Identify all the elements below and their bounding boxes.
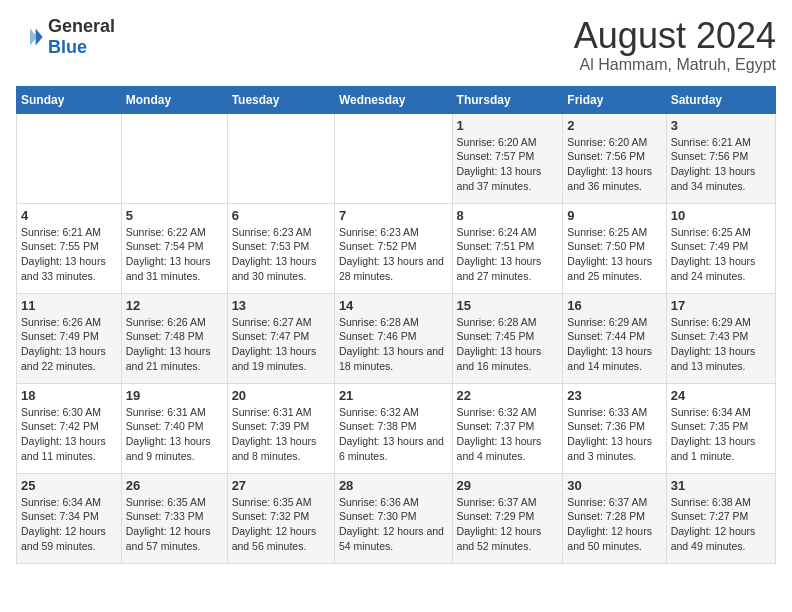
calendar-cell <box>17 113 122 203</box>
day-info: Sunrise: 6:23 AM Sunset: 7:52 PM Dayligh… <box>339 225 448 284</box>
day-number: 14 <box>339 298 448 313</box>
day-info: Sunrise: 6:26 AM Sunset: 7:49 PM Dayligh… <box>21 315 117 374</box>
day-number: 8 <box>457 208 559 223</box>
day-number: 16 <box>567 298 661 313</box>
day-number: 31 <box>671 478 771 493</box>
calendar-week-row: 1Sunrise: 6:20 AM Sunset: 7:57 PM Daylig… <box>17 113 776 203</box>
calendar-cell: 22Sunrise: 6:32 AM Sunset: 7:37 PM Dayli… <box>452 383 563 473</box>
calendar-cell: 10Sunrise: 6:25 AM Sunset: 7:49 PM Dayli… <box>666 203 775 293</box>
calendar-cell: 14Sunrise: 6:28 AM Sunset: 7:46 PM Dayli… <box>334 293 452 383</box>
day-header-thursday: Thursday <box>452 86 563 113</box>
day-number: 5 <box>126 208 223 223</box>
day-info: Sunrise: 6:21 AM Sunset: 7:55 PM Dayligh… <box>21 225 117 284</box>
calendar-cell: 7Sunrise: 6:23 AM Sunset: 7:52 PM Daylig… <box>334 203 452 293</box>
sub-title: Al Hammam, Matruh, Egypt <box>574 56 776 74</box>
day-info: Sunrise: 6:28 AM Sunset: 7:46 PM Dayligh… <box>339 315 448 374</box>
day-info: Sunrise: 6:28 AM Sunset: 7:45 PM Dayligh… <box>457 315 559 374</box>
day-header-friday: Friday <box>563 86 666 113</box>
calendar-cell: 4Sunrise: 6:21 AM Sunset: 7:55 PM Daylig… <box>17 203 122 293</box>
day-number: 12 <box>126 298 223 313</box>
day-info: Sunrise: 6:31 AM Sunset: 7:40 PM Dayligh… <box>126 405 223 464</box>
day-header-saturday: Saturday <box>666 86 775 113</box>
calendar-cell: 18Sunrise: 6:30 AM Sunset: 7:42 PM Dayli… <box>17 383 122 473</box>
calendar-cell: 25Sunrise: 6:34 AM Sunset: 7:34 PM Dayli… <box>17 473 122 563</box>
calendar-cell: 6Sunrise: 6:23 AM Sunset: 7:53 PM Daylig… <box>227 203 334 293</box>
day-number: 22 <box>457 388 559 403</box>
calendar-table: SundayMondayTuesdayWednesdayThursdayFrid… <box>16 86 776 564</box>
calendar-cell: 24Sunrise: 6:34 AM Sunset: 7:35 PM Dayli… <box>666 383 775 473</box>
day-info: Sunrise: 6:29 AM Sunset: 7:43 PM Dayligh… <box>671 315 771 374</box>
logo-general: General <box>48 16 115 36</box>
calendar-week-row: 25Sunrise: 6:34 AM Sunset: 7:34 PM Dayli… <box>17 473 776 563</box>
calendar-cell: 2Sunrise: 6:20 AM Sunset: 7:56 PM Daylig… <box>563 113 666 203</box>
day-info: Sunrise: 6:22 AM Sunset: 7:54 PM Dayligh… <box>126 225 223 284</box>
day-number: 21 <box>339 388 448 403</box>
day-number: 7 <box>339 208 448 223</box>
calendar-cell: 20Sunrise: 6:31 AM Sunset: 7:39 PM Dayli… <box>227 383 334 473</box>
day-info: Sunrise: 6:31 AM Sunset: 7:39 PM Dayligh… <box>232 405 330 464</box>
day-number: 24 <box>671 388 771 403</box>
calendar-cell: 27Sunrise: 6:35 AM Sunset: 7:32 PM Dayli… <box>227 473 334 563</box>
day-number: 17 <box>671 298 771 313</box>
day-info: Sunrise: 6:24 AM Sunset: 7:51 PM Dayligh… <box>457 225 559 284</box>
logo: General Blue <box>16 16 115 58</box>
day-number: 27 <box>232 478 330 493</box>
calendar-cell <box>334 113 452 203</box>
calendar-cell: 11Sunrise: 6:26 AM Sunset: 7:49 PM Dayli… <box>17 293 122 383</box>
calendar-cell: 23Sunrise: 6:33 AM Sunset: 7:36 PM Dayli… <box>563 383 666 473</box>
calendar-cell: 1Sunrise: 6:20 AM Sunset: 7:57 PM Daylig… <box>452 113 563 203</box>
day-info: Sunrise: 6:26 AM Sunset: 7:48 PM Dayligh… <box>126 315 223 374</box>
calendar-cell: 5Sunrise: 6:22 AM Sunset: 7:54 PM Daylig… <box>121 203 227 293</box>
day-header-monday: Monday <box>121 86 227 113</box>
day-number: 1 <box>457 118 559 133</box>
logo-text: General Blue <box>48 16 115 58</box>
day-number: 19 <box>126 388 223 403</box>
day-info: Sunrise: 6:21 AM Sunset: 7:56 PM Dayligh… <box>671 135 771 194</box>
calendar-cell: 30Sunrise: 6:37 AM Sunset: 7:28 PM Dayli… <box>563 473 666 563</box>
calendar-week-row: 11Sunrise: 6:26 AM Sunset: 7:49 PM Dayli… <box>17 293 776 383</box>
day-number: 26 <box>126 478 223 493</box>
calendar-week-row: 18Sunrise: 6:30 AM Sunset: 7:42 PM Dayli… <box>17 383 776 473</box>
day-number: 6 <box>232 208 330 223</box>
day-number: 20 <box>232 388 330 403</box>
day-info: Sunrise: 6:20 AM Sunset: 7:56 PM Dayligh… <box>567 135 661 194</box>
day-info: Sunrise: 6:29 AM Sunset: 7:44 PM Dayligh… <box>567 315 661 374</box>
day-number: 3 <box>671 118 771 133</box>
calendar-cell: 21Sunrise: 6:32 AM Sunset: 7:38 PM Dayli… <box>334 383 452 473</box>
calendar-cell: 13Sunrise: 6:27 AM Sunset: 7:47 PM Dayli… <box>227 293 334 383</box>
day-info: Sunrise: 6:32 AM Sunset: 7:38 PM Dayligh… <box>339 405 448 464</box>
day-info: Sunrise: 6:35 AM Sunset: 7:33 PM Dayligh… <box>126 495 223 554</box>
calendar-cell: 16Sunrise: 6:29 AM Sunset: 7:44 PM Dayli… <box>563 293 666 383</box>
day-number: 10 <box>671 208 771 223</box>
day-info: Sunrise: 6:34 AM Sunset: 7:34 PM Dayligh… <box>21 495 117 554</box>
day-header-sunday: Sunday <box>17 86 122 113</box>
day-info: Sunrise: 6:32 AM Sunset: 7:37 PM Dayligh… <box>457 405 559 464</box>
calendar-cell: 19Sunrise: 6:31 AM Sunset: 7:40 PM Dayli… <box>121 383 227 473</box>
day-number: 28 <box>339 478 448 493</box>
day-info: Sunrise: 6:36 AM Sunset: 7:30 PM Dayligh… <box>339 495 448 554</box>
day-info: Sunrise: 6:37 AM Sunset: 7:28 PM Dayligh… <box>567 495 661 554</box>
calendar-header-row: SundayMondayTuesdayWednesdayThursdayFrid… <box>17 86 776 113</box>
day-number: 4 <box>21 208 117 223</box>
day-info: Sunrise: 6:20 AM Sunset: 7:57 PM Dayligh… <box>457 135 559 194</box>
calendar-cell: 8Sunrise: 6:24 AM Sunset: 7:51 PM Daylig… <box>452 203 563 293</box>
day-number: 15 <box>457 298 559 313</box>
logo-icon <box>16 23 44 51</box>
day-info: Sunrise: 6:35 AM Sunset: 7:32 PM Dayligh… <box>232 495 330 554</box>
page-header: General Blue August 2024 Al Hammam, Matr… <box>16 16 776 74</box>
calendar-cell: 31Sunrise: 6:38 AM Sunset: 7:27 PM Dayli… <box>666 473 775 563</box>
day-number: 23 <box>567 388 661 403</box>
day-info: Sunrise: 6:27 AM Sunset: 7:47 PM Dayligh… <box>232 315 330 374</box>
main-title: August 2024 <box>574 16 776 56</box>
day-number: 11 <box>21 298 117 313</box>
day-number: 30 <box>567 478 661 493</box>
day-header-wednesday: Wednesday <box>334 86 452 113</box>
day-info: Sunrise: 6:25 AM Sunset: 7:50 PM Dayligh… <box>567 225 661 284</box>
logo-blue: Blue <box>48 37 87 57</box>
calendar-cell: 15Sunrise: 6:28 AM Sunset: 7:45 PM Dayli… <box>452 293 563 383</box>
title-block: August 2024 Al Hammam, Matruh, Egypt <box>574 16 776 74</box>
calendar-week-row: 4Sunrise: 6:21 AM Sunset: 7:55 PM Daylig… <box>17 203 776 293</box>
day-info: Sunrise: 6:30 AM Sunset: 7:42 PM Dayligh… <box>21 405 117 464</box>
calendar-cell: 26Sunrise: 6:35 AM Sunset: 7:33 PM Dayli… <box>121 473 227 563</box>
day-number: 29 <box>457 478 559 493</box>
